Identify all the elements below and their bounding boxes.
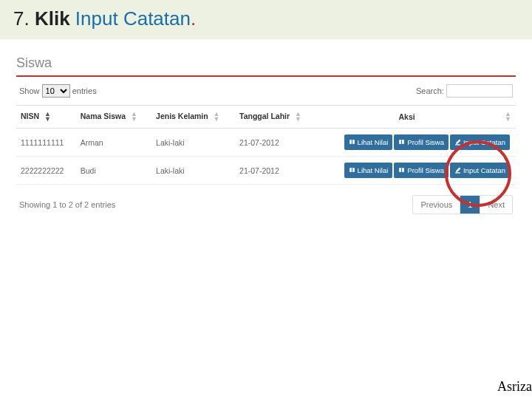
panel-title: Siswa [16,55,516,71]
title-word-link: Input Catatan [75,7,191,30]
title-word-klik: Klik [35,7,70,30]
table-footer: Showing 1 to 2 of 2 entries Previous 1 N… [19,195,513,214]
table-controls: Show 10 entries Search: [19,84,513,98]
title-dot: . [191,7,196,30]
author-label: Asriza [497,379,532,395]
col-aksi: Aksi [316,106,497,129]
cell-tgl: 21-07-2012 [235,157,316,185]
panel-divider [16,75,516,77]
length-control: Show 10 entries [19,84,97,98]
siswa-table: NISN ▲▼ Nama Siswa ▲▼ Jenis Kelamin ▲▼ T… [16,105,516,185]
pagination: Previous 1 Next [412,195,513,214]
search-control: Search: [416,84,513,98]
cell-aksi: Lihat NilaiProfil SiswaInput Catatan [316,129,516,157]
entries-label: entries [72,86,97,95]
slide-title-bar: 7. Klik Input Catatan. [0,0,532,39]
col-jk[interactable]: Jenis Kelamin ▲▼ [151,106,235,129]
lihat-nilai-button[interactable]: Lihat Nilai [344,163,393,178]
table-row: 2222222222BudiLaki-laki21-07-2012Lihat N… [16,157,516,185]
col-extra[interactable]: ▲▼ [497,106,516,129]
page-prev[interactable]: Previous [413,196,460,214]
search-label: Search: [416,86,444,95]
profil-siswa-button[interactable]: Profil Siswa [394,163,449,178]
show-label: Show [19,86,40,95]
sort-icon: ▲▼ [131,112,137,122]
search-input[interactable] [446,84,513,98]
step-number: 7. [13,7,30,30]
cell-nama: Budi [76,157,151,185]
input-catatan-button[interactable]: Input Catatan [450,163,510,178]
col-nisn[interactable]: NISN ▲▼ [16,106,76,129]
sort-icon: ▲▼ [214,112,220,122]
sort-icon: ▲▼ [505,112,511,122]
table-info: Showing 1 to 2 of 2 entries [19,200,115,209]
cell-tgl: 21-07-2012 [235,129,316,157]
cell-nisn: 1111111111 [16,129,76,157]
col-tgl[interactable]: Tanggal Lahir ▲▼ [235,106,316,129]
col-nama[interactable]: Nama Siswa ▲▼ [76,106,151,129]
cell-nisn: 2222222222 [16,157,76,185]
sort-icon: ▲▼ [295,112,301,122]
slide-title: 7. Klik Input Catatan. [13,7,519,30]
siswa-panel: Siswa Show 10 entries Search: NISN ▲▼ Na… [16,55,516,214]
page-next[interactable]: Next [480,196,512,214]
table-row: 1111111111ArmanLaki-laki21-07-2012Lihat … [16,129,516,157]
page-1[interactable]: 1 [460,196,480,214]
profil-siswa-button[interactable]: Profil Siswa [394,134,449,150]
cell-aksi: Lihat NilaiProfil SiswaInput Catatan [316,157,516,185]
cell-jk: Laki-laki [151,157,235,185]
cell-nama: Arman [76,129,151,157]
lihat-nilai-button[interactable]: Lihat Nilai [344,134,393,150]
sort-asc-icon: ▲▼ [44,112,51,122]
input-catatan-button[interactable]: Input Catatan [450,134,510,150]
page-size-select[interactable]: 10 [42,84,70,98]
cell-jk: Laki-laki [151,129,235,157]
